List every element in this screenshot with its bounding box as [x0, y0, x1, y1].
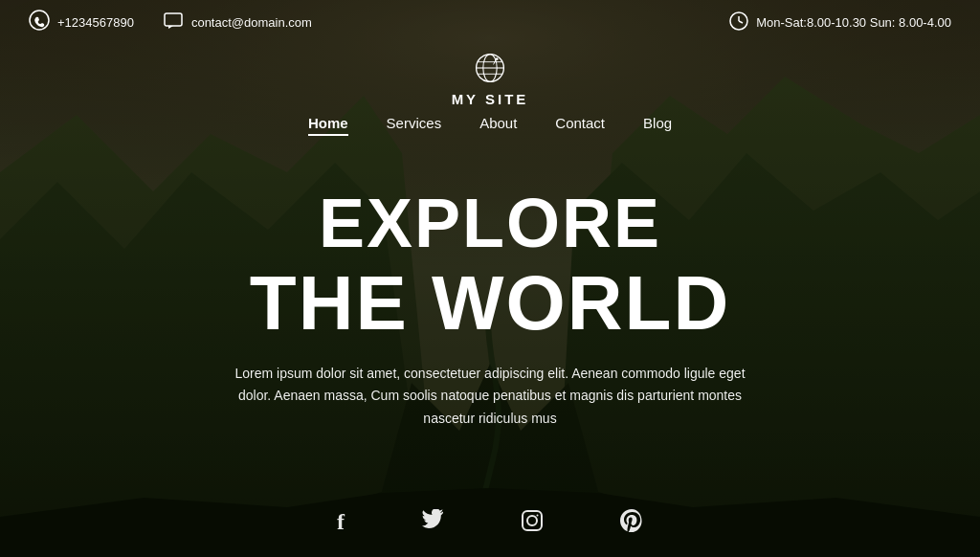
phone-icon	[29, 10, 50, 35]
clock-icon	[729, 11, 748, 33]
svg-rect-22	[523, 511, 542, 530]
instagram-icon[interactable]	[521, 509, 544, 538]
phone-contact: +1234567890	[29, 10, 134, 35]
email-address: contact@domain.com	[191, 15, 312, 30]
facebook-icon[interactable]: f	[337, 509, 345, 538]
chat-icon	[163, 10, 184, 35]
top-bar-right: Mon-Sat:8.00-10.30 Sun: 8.00-4.00	[729, 11, 951, 33]
svg-point-24	[537, 515, 539, 517]
header: MY SITE Home Services About Contact Blog	[0, 45, 980, 136]
phone-number: +1234567890	[57, 15, 134, 30]
twitter-icon[interactable]	[421, 509, 444, 538]
svg-point-23	[527, 516, 537, 525]
hero-title-1: EXPLORE	[319, 189, 661, 257]
email-contact: contact@domain.com	[163, 10, 312, 35]
hero-content: EXPLORE THE WORLD Lorem ipsum dolor sit …	[0, 126, 980, 492]
globe-icon	[473, 51, 507, 89]
svg-rect-12	[165, 13, 182, 26]
site-title: MY SITE	[452, 91, 529, 107]
pinterest-icon[interactable]	[620, 509, 643, 538]
top-bar-left: +1234567890 contact@domain.com	[29, 10, 312, 35]
svg-line-15	[739, 21, 743, 23]
site-logo: MY SITE	[452, 51, 529, 107]
hero-description: Lorem ipsum dolor sit amet, consectetuer…	[222, 363, 758, 429]
hero-title-2: THE WORLD	[250, 265, 730, 342]
social-bar: f	[0, 492, 980, 557]
hours-text: Mon-Sat:8.00-10.30 Sun: 8.00-4.00	[756, 15, 951, 30]
top-bar: +1234567890 contact@domain.com	[0, 0, 980, 45]
